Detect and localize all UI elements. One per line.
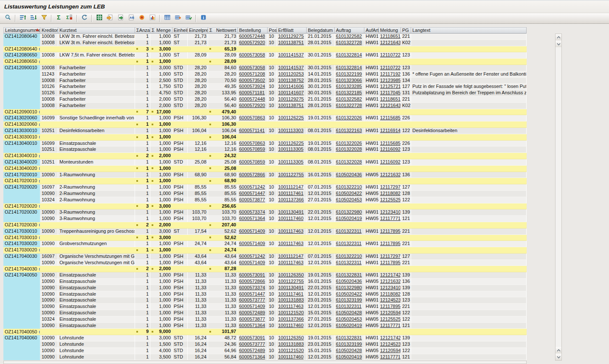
meldung-link[interactable]: 12117895 (380, 229, 400, 234)
erfblatt-link[interactable]: 1001113305 (278, 159, 304, 164)
auftrag-link[interactable]: 6101322728 (336, 103, 362, 108)
auftrag-link[interactable]: 6101322831 (336, 335, 362, 340)
meldung-link[interactable]: 12117895 (380, 260, 400, 265)
bestellung-link[interactable]: 6000571447 (239, 291, 265, 296)
meldung-link[interactable]: 12125525 (380, 316, 401, 322)
auftrag-link[interactable]: 6105020419 (336, 354, 362, 359)
scroll-down-icon[interactable] (555, 41, 561, 47)
subtotal-row[interactable]: OZ141702001011,00068,90 (3, 178, 527, 184)
table-row[interactable]: OZ141208064010008LKW 3t m. Fahrer einsch… (3, 34, 527, 40)
column-header-aufart[interactable]: AufArt (364, 27, 379, 34)
bestellung-link[interactable]: 6000573877 (239, 197, 265, 202)
subtotal-row[interactable]: OZ141302006011,000106,30 (3, 121, 527, 128)
bestellung-link[interactable]: 6000573777 (239, 297, 265, 302)
auftrag-link[interactable]: 6101322163 (336, 128, 362, 133)
table-row[interactable]: OZ141703002010090Grobverschmutzungen11,0… (3, 241, 527, 247)
table-row[interactable]: OZ1417020020160972-Raumwohnung11,000PSH8… (3, 184, 527, 191)
bestellung-link[interactable]: 6000571242 (239, 184, 265, 189)
table-row[interactable]: 10126Facharbeiter11,750STD28,2049,356000… (3, 84, 527, 90)
table-row[interactable]: 10251Einsatzpauschale11,000PSH12,1612,16… (3, 147, 527, 153)
column-header-erfblatt[interactable]: ErfBlatt (277, 27, 307, 34)
table-row[interactable]: 10008Facharbeiter12,000STD28,2056,406000… (3, 103, 527, 109)
erfblatt-link[interactable]: 1001129275 (278, 96, 304, 102)
subtotal-row[interactable]: OZ141702003022,000207,40 (3, 222, 527, 229)
erfblatt-link[interactable]: 1001120253 (278, 71, 304, 76)
bestellung-link[interactable]: 6000570863 (239, 115, 265, 120)
meldung-link[interactable]: 12121632 (380, 279, 401, 284)
erfblatt-link[interactable]: 1001122755 (278, 172, 304, 177)
erfblatt-link[interactable]: 1001126225 (278, 115, 304, 120)
auftrag-link[interactable]: 6101322026 (336, 115, 362, 120)
erfblatt-link[interactable]: 1001141537 (278, 65, 304, 70)
meldung-link[interactable]: 12121742 (380, 272, 401, 277)
erfblatt-link[interactable]: 1001117463 (278, 229, 304, 234)
column-header-belegdatum[interactable]: Belegdatum (307, 27, 335, 34)
meldung-link[interactable]: 12120594 (380, 348, 401, 353)
erfblatt-link[interactable]: 1001121520 (278, 348, 304, 353)
bestellung-link[interactable]: 6000572448 (239, 34, 265, 39)
bestellung-link[interactable]: 6000572920 (239, 40, 265, 45)
meldung-link[interactable]: 12120594 (380, 310, 401, 315)
auftrag-link[interactable]: 6101322831 (336, 272, 362, 277)
auftrag-link[interactable]: 6101322028 (336, 147, 362, 152)
toolbar-export-word-button[interactable] (104, 14, 115, 23)
table-row[interactable]: 100903-Raumwohnung11,000PSH103,70103,706… (3, 216, 527, 222)
erfblatt-link[interactable]: 1001129275 (278, 34, 304, 39)
table-row[interactable]: 10090Einsatzpauschale11,000PSH11,3311,33… (3, 323, 527, 329)
auftrag-link[interactable]: 6101322582 (336, 34, 362, 39)
meldung-link[interactable]: 12121643 (380, 40, 401, 45)
table-row[interactable]: 103242-Raumwohnung11,000PSH85,5585,55600… (3, 197, 527, 203)
meldung-link[interactable]: 12117771 (380, 323, 400, 328)
auftrag-link[interactable]: 6101323285 (336, 84, 362, 89)
toolbar-export-excel-button[interactable] (94, 14, 104, 23)
bestellung-link[interactable]: 6000570863 (239, 141, 265, 146)
meldung-link[interactable]: 12117771 (380, 354, 400, 359)
column-header-pg[interactable]: PG (401, 27, 411, 34)
subtotal-row[interactable]: OZ141208065011,00028,09 (3, 59, 527, 65)
meldung-link[interactable]: 12110722 (380, 52, 400, 57)
bestellung-link[interactable]: 6000573091 (239, 272, 265, 277)
table-row[interactable]: 10090Einsatzpauschale11,000PSH11,3311,33… (3, 279, 527, 285)
horizontal-scrollbar[interactable] (3, 361, 527, 364)
column-header-key[interactable]: Leistungsnummer (3, 27, 40, 34)
meldung-link[interactable]: 12118651 (380, 34, 400, 39)
auftrag-link[interactable]: 6101322980 (336, 285, 362, 290)
table-row[interactable]: 10008LKW 3t m. Fahrer einschl. Betriebss… (3, 40, 527, 46)
auftrag-link[interactable]: 6105020419 (336, 216, 362, 221)
table-row[interactable]: OZ141208065010008LKW 7,5t m. Fahrer eins… (3, 52, 527, 59)
vertical-scrollbar[interactable] (555, 34, 562, 361)
meldung-link[interactable]: 12125525 (380, 197, 401, 202)
bestellung-link[interactable]: 6000572920 (239, 103, 265, 108)
auftrag-link[interactable]: 6101322311 (336, 229, 361, 234)
meldung-link[interactable]: 12123410 (380, 285, 401, 290)
erfblatt-link[interactable]: 1001117460 (278, 323, 304, 328)
table-row[interactable]: 10090Lohnstunde11,500STD16,2424,36600057… (3, 341, 527, 348)
table-row[interactable]: OZ141304002010251Monteurstunden11,000STD… (3, 159, 527, 166)
auftrag-link[interactable]: 6101322210 (336, 184, 362, 189)
erfblatt-link[interactable]: 1001141606 (278, 84, 304, 89)
column-header-einheit[interactable]: Einheit (172, 27, 188, 34)
bestellung-link[interactable]: 6000571409 (239, 260, 265, 265)
toolbar-sort-descending-button[interactable] (28, 14, 39, 23)
bestellung-link[interactable]: 6000571364 (239, 216, 265, 221)
table-row[interactable]: 10090Einsatzpauschale11,000PSH11,3311,33… (3, 285, 527, 291)
subtotal-row[interactable]: OZ141703001013,00052,62 (3, 235, 527, 241)
auftrag-link[interactable]: 6101322311 (336, 260, 361, 265)
bestellung-link[interactable]: 6000571409 (239, 229, 265, 234)
meldung-link[interactable]: 12117895 (380, 304, 400, 309)
scroll-down-bottom-icon[interactable] (555, 354, 561, 360)
subtotal-row[interactable]: OZ141304002011,00025,08 (3, 166, 527, 172)
meldung-link[interactable]: 12123410 (380, 209, 401, 214)
meldung-link[interactable]: 12121632 (380, 172, 401, 177)
table-row[interactable]: 10090Lohnstunde13,500STD16,2456,84600057… (3, 354, 527, 361)
meldung-link[interactable]: 12116092 (380, 147, 400, 152)
table-row[interactable]: 10090Einsatzpauschale11,000PSH11,3311,33… (3, 291, 527, 298)
bestellung-link[interactable]: 6000573091 (239, 335, 265, 340)
column-header-langtext[interactable]: Langtext (411, 27, 527, 34)
column-header-einzelpreis[interactable]: Einzelprei (188, 27, 208, 34)
table-row[interactable]: OZ141209001010008Facharbeiter13,000STD28… (3, 65, 527, 71)
erfblatt-link[interactable]: 1001112147 (278, 254, 304, 259)
bestellung-link[interactable]: 6000572489 (239, 348, 265, 353)
auftrag-link[interactable]: 6101322185 (336, 90, 362, 95)
bestellung-link[interactable]: 6000571242 (239, 254, 265, 259)
